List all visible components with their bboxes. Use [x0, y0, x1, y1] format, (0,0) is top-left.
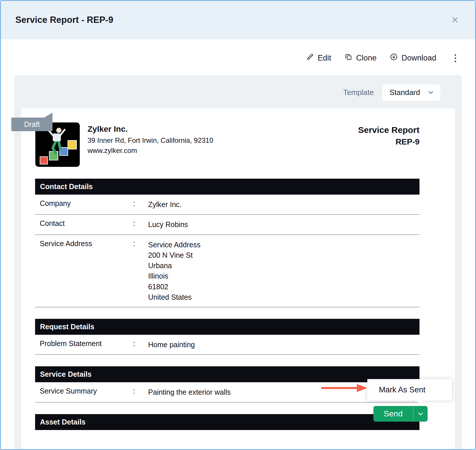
- section-header: Service Details: [35, 366, 419, 382]
- clone-label: Clone: [356, 54, 377, 63]
- report-header: Zylker Inc. 39 Inner Rd, Fort Irwin, Cal…: [35, 122, 419, 167]
- section-request-details: Request Details Problem Statement : Home…: [35, 319, 419, 355]
- detail-label: Service Address: [35, 239, 133, 248]
- document-id: REP-9: [358, 137, 419, 147]
- pencil-icon: [306, 53, 314, 63]
- template-label: Template: [343, 88, 374, 97]
- section-header: Request Details: [35, 319, 419, 335]
- company-name: Zylker Inc.: [88, 125, 213, 134]
- detail-value: Home painting: [148, 339, 419, 350]
- detail-colon: :: [133, 219, 148, 228]
- send-dropdown-toggle[interactable]: [413, 406, 428, 422]
- modal-title: Service Report - REP-9: [15, 15, 113, 25]
- close-icon[interactable]: ✕: [449, 14, 461, 26]
- detail-label: Service Summary: [35, 387, 133, 395]
- status-badge: Draft: [11, 118, 52, 131]
- detail-row-problem-statement: Problem Statement : Home painting: [35, 335, 419, 355]
- detail-value: Lucy Robins: [148, 219, 419, 230]
- clone-icon: [344, 53, 352, 63]
- download-icon: [390, 53, 398, 63]
- detail-colon: :: [133, 387, 148, 395]
- send-button[interactable]: Send: [373, 406, 413, 422]
- company-website: www.zylker.com: [88, 147, 213, 155]
- toolbar: Edit Clone Download ⋮: [1, 39, 475, 63]
- menu-item-mark-as-sent[interactable]: Mark As Sent: [379, 385, 426, 394]
- detail-value: Service Address 200 N Vine St Urbana Ill…: [148, 239, 419, 303]
- send-split-button: Send: [373, 406, 428, 422]
- chevron-down-icon: [418, 412, 423, 416]
- detail-value: Zylker Inc.: [148, 199, 419, 210]
- detail-label: Contact: [35, 219, 133, 228]
- detail-colon: :: [133, 239, 148, 248]
- detail-colon: :: [133, 339, 148, 348]
- edit-label: Edit: [318, 54, 331, 63]
- template-selected-value: Standard: [389, 88, 420, 97]
- clone-button[interactable]: Clone: [344, 53, 377, 63]
- detail-label: Company: [35, 199, 133, 208]
- template-bar: Template Standard: [21, 83, 455, 101]
- download-button[interactable]: Download: [390, 53, 436, 63]
- template-dropdown[interactable]: Standard: [382, 84, 440, 101]
- chevron-down-icon: [428, 91, 433, 94]
- detail-colon: :: [133, 199, 148, 208]
- section-asset-details: Asset Details: [35, 414, 419, 430]
- detail-row-company: Company : Zylker Inc.: [35, 195, 419, 215]
- more-options-icon[interactable]: ⋮: [450, 52, 461, 63]
- section-header: Asset Details: [35, 414, 419, 430]
- company-address: 39 Inner Rd, Fort Irwin, California, 923…: [88, 136, 213, 144]
- document-title: Service Report: [358, 125, 419, 135]
- annotation-arrow-icon: [321, 383, 368, 394]
- download-label: Download: [401, 54, 436, 63]
- send-options-menu: Mark As Sent: [367, 379, 452, 400]
- section-contact-details: Contact Details Company : Zylker Inc. Co…: [35, 179, 419, 307]
- detail-row-contact: Contact : Lucy Robins: [35, 215, 419, 235]
- section-header: Contact Details: [35, 179, 419, 195]
- service-report-modal: Service Report - REP-9 ✕ Edit Clone Down…: [0, 0, 476, 450]
- modal-header: Service Report - REP-9 ✕: [1, 1, 475, 39]
- edit-button[interactable]: Edit: [306, 53, 331, 63]
- detail-row-service-address: Service Address : Service Address 200 N …: [35, 235, 419, 308]
- detail-label: Problem Statement: [35, 339, 133, 348]
